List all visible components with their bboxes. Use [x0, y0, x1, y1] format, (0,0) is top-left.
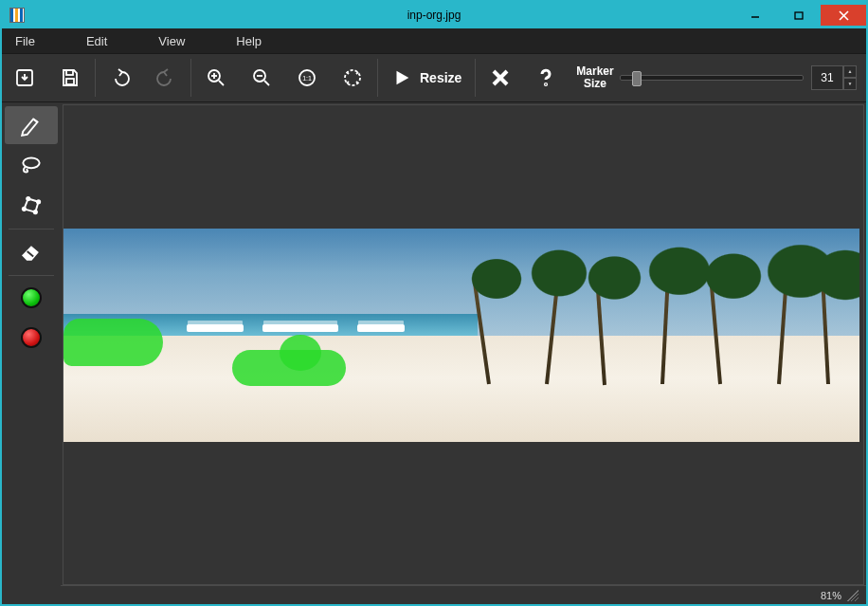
green-color-button[interactable] — [5, 279, 58, 317]
marker-stroke — [63, 319, 163, 366]
polygon-icon — [19, 193, 44, 217]
svg-point-21 — [23, 208, 26, 211]
play-icon — [391, 67, 412, 88]
maximize-icon — [794, 10, 804, 20]
svg-rect-6 — [66, 79, 74, 84]
svg-point-19 — [546, 83, 547, 84]
image-preview — [63, 229, 859, 442]
zoom-out-button[interactable] — [239, 53, 284, 102]
minimize-icon — [750, 10, 760, 20]
canvas[interactable] — [63, 104, 864, 585]
separator — [9, 229, 54, 230]
close-icon — [839, 10, 849, 21]
svg-point-24 — [34, 211, 37, 213]
resize-button[interactable]: Resize — [380, 53, 473, 102]
separator — [95, 59, 96, 97]
polygon-tool[interactable] — [5, 186, 58, 224]
lasso-tool[interactable] — [5, 146, 58, 184]
redo-icon — [154, 66, 177, 89]
marker-size-input[interactable] — [811, 65, 843, 90]
question-icon — [534, 66, 557, 89]
menu-help[interactable]: Help — [223, 28, 275, 53]
svg-line-12 — [264, 81, 269, 85]
svg-line-8 — [219, 81, 224, 85]
toolbar: 1:1 Resize Marker Size ▲ ▼ — [2, 53, 866, 102]
status-bar: 81% — [61, 585, 866, 604]
undo-button[interactable] — [98, 53, 143, 102]
zoom-level: 81% — [821, 590, 841, 601]
app-icon — [9, 8, 25, 23]
svg-rect-1 — [795, 12, 803, 19]
spinner-down[interactable]: ▼ — [843, 78, 857, 90]
marker-size-label: Marker Size — [576, 65, 613, 90]
tool-palette — [2, 102, 61, 604]
marker-stroke — [280, 335, 321, 371]
window-controls — [733, 5, 866, 26]
eraser-tool[interactable] — [5, 232, 58, 270]
separator — [475, 59, 476, 97]
separator — [190, 59, 191, 97]
save-icon — [59, 66, 81, 89]
svg-rect-5 — [66, 70, 73, 75]
spinner-up[interactable]: ▲ — [843, 65, 857, 78]
zoom-fit-icon — [341, 66, 364, 89]
menu-bar: File Edit View Help — [2, 28, 866, 53]
svg-text:1:1: 1:1 — [302, 75, 312, 82]
zoom-fit-button[interactable] — [330, 53, 375, 102]
marker-size-spinner: ▲ ▼ — [811, 65, 857, 90]
close-button[interactable] — [821, 5, 866, 26]
green-dot-icon — [21, 287, 42, 308]
undo-icon — [109, 66, 132, 89]
zoom-in-button[interactable] — [193, 53, 239, 102]
marker-icon — [19, 113, 44, 138]
zoom-out-icon — [250, 66, 273, 89]
marker-tool[interactable] — [5, 106, 58, 144]
menu-file[interactable]: File — [2, 28, 48, 53]
lasso-icon — [19, 153, 44, 177]
body: 81% — [2, 102, 866, 604]
slider-thumb[interactable] — [632, 71, 642, 86]
marker-size-slider[interactable] — [620, 75, 804, 81]
maximize-button[interactable] — [777, 5, 821, 26]
separator — [377, 59, 378, 97]
separator — [9, 275, 54, 276]
svg-point-23 — [37, 200, 40, 203]
open-icon — [13, 66, 36, 89]
redo-button[interactable] — [143, 53, 189, 102]
open-button[interactable] — [2, 53, 47, 102]
cancel-button[interactable] — [478, 53, 523, 102]
resize-grip[interactable] — [847, 590, 859, 601]
title-bar[interactable]: inp-org.jpg — [2, 2, 866, 28]
window-frame: inp-org.jpg File Edit View Help — [0, 0, 868, 606]
help-button[interactable] — [523, 53, 569, 102]
eraser-icon — [19, 239, 44, 264]
zoom-actual-button[interactable]: 1:1 — [284, 53, 330, 102]
zoom-in-icon — [205, 66, 227, 89]
save-button[interactable] — [47, 53, 93, 102]
menu-view[interactable]: View — [145, 28, 198, 53]
zoom-actual-icon: 1:1 — [296, 66, 318, 89]
svg-point-20 — [23, 157, 39, 168]
x-icon — [489, 66, 512, 89]
minimize-button[interactable] — [733, 5, 777, 26]
red-dot-icon — [21, 327, 42, 348]
menu-edit[interactable]: Edit — [73, 28, 120, 53]
resize-label: Resize — [420, 70, 461, 85]
canvas-area: 81% — [61, 102, 866, 604]
svg-point-22 — [27, 197, 29, 200]
red-color-button[interactable] — [5, 319, 58, 357]
